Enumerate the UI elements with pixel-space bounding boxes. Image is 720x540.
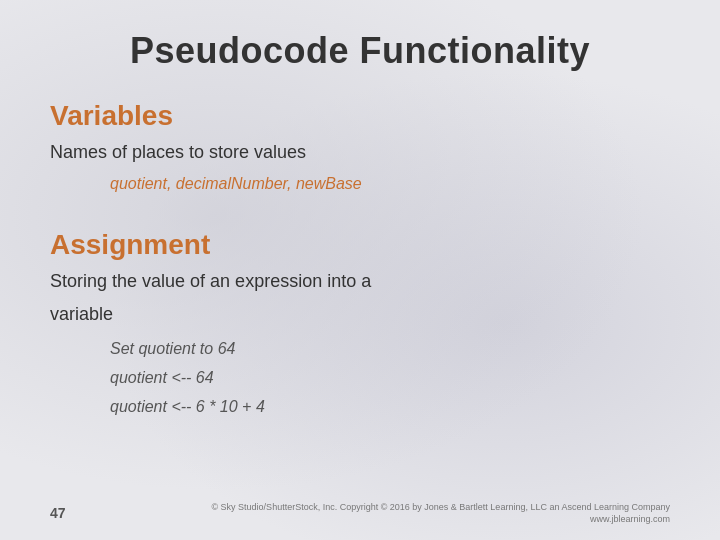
assignment-description-line1: Storing the value of an expression into …	[50, 269, 670, 294]
slide-title: Pseudocode Functionality	[50, 30, 670, 72]
assignment-example-3: quotient <-- 6 * 10 + 4	[110, 393, 670, 422]
variables-example: quotient, decimalNumber, newBase	[110, 171, 670, 197]
assignment-example-2: quotient <-- 64	[110, 364, 670, 393]
assignment-description-line2: variable	[50, 302, 670, 327]
copyright-block: © Sky Studio/ShutterStock, Inc. Copyrigh…	[211, 501, 670, 526]
variables-example-block: quotient, decimalNumber, newBase	[110, 171, 670, 197]
copyright-line1: © Sky Studio/ShutterStock, Inc. Copyrigh…	[211, 501, 670, 514]
assignment-section: Assignment Storing the value of an expre…	[50, 229, 670, 422]
assignment-examples-block: Set quotient to 64 quotient <-- 64 quoti…	[110, 335, 670, 421]
variables-description: Names of places to store values	[50, 140, 670, 165]
footer: 47 © Sky Studio/ShutterStock, Inc. Copyr…	[50, 501, 670, 526]
assignment-example-1: Set quotient to 64	[110, 335, 670, 364]
variables-heading: Variables	[50, 100, 670, 132]
assignment-heading: Assignment	[50, 229, 670, 261]
slide: Pseudocode Functionality Variables Names…	[0, 0, 720, 540]
variables-section: Variables Names of places to store value…	[50, 100, 670, 207]
page-number: 47	[50, 505, 66, 521]
copyright-line2: www.jblearning.com	[211, 513, 670, 526]
